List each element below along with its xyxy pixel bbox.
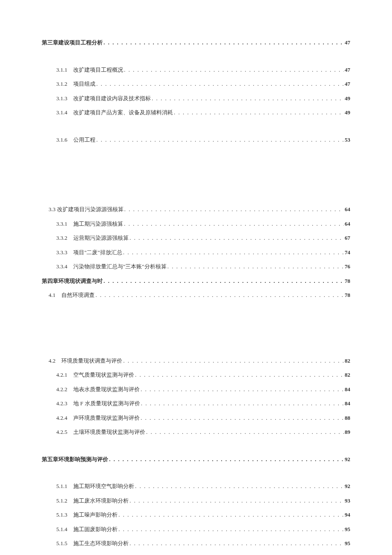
toc-page-number: 49 [345, 108, 350, 117]
toc-leader-dots [141, 414, 344, 422]
toc-number: 4.2 [49, 357, 55, 365]
toc-number: 5.1.4 [56, 525, 67, 534]
toc-title: 施工期环境影响分析总结 [73, 554, 134, 555]
toc-entry: 第三章建设项目工程分析47 [42, 38, 350, 47]
toc-number: 3.1.2 [56, 80, 67, 88]
toc-number: 3.3.1 [56, 220, 67, 228]
toc-page-number: 74 [345, 248, 350, 257]
toc-leader-dots [135, 482, 344, 491]
toc-entry: 第四章环境现状调查与时78 [42, 277, 350, 285]
toc-title: 施工噪声影响分析 [73, 511, 118, 519]
toc-page-number: 67 [345, 234, 350, 242]
toc-entry: 4.1自然环境调查78 [42, 291, 350, 299]
toc-page-number: 47 [345, 38, 350, 47]
toc-page-number: 95 [345, 539, 350, 548]
toc-gap [42, 53, 350, 66]
toc-entry: 3.3.1施工期污染源强核算64 [42, 220, 350, 228]
toc-leader-dots [146, 428, 344, 436]
toc-entry: 3.3 改扩建项目污染源源强核算64 [42, 205, 350, 214]
toc-entry: 3.1.4改扩建项目产品方案、设备及原辅料消耗49 [42, 108, 350, 117]
toc-title: 项目组成 [73, 80, 95, 88]
toc-leader-dots [174, 108, 344, 117]
toc-leader-dots [96, 136, 344, 144]
toc-leader-dots [123, 248, 344, 257]
toc-title: 污染物排放量汇总与"三本账"分析核算 [73, 262, 167, 271]
toc-entry: 5.1.1施工期环境空气影响分析92 [42, 482, 350, 491]
toc-number: 5.1.1 [56, 482, 67, 491]
toc-title: 施工废水环境影响分析 [73, 497, 129, 505]
toc-entry: 4.2.4声环境质量现状监测与评价88 [42, 414, 350, 422]
toc-number: 4.2.5 [56, 428, 67, 436]
toc-leader-dots [141, 385, 344, 394]
toc-page-number: 89 [345, 428, 350, 436]
toc-title: 地表水质量现状监测与评价 [73, 385, 140, 394]
toc-page-number: 92 [345, 482, 350, 491]
toc-number: 4.2.4 [56, 414, 67, 422]
toc-leader-dots [95, 291, 344, 299]
toc-leader-dots [96, 80, 344, 88]
toc-gap [42, 469, 350, 482]
toc-number: 3.3.4 [56, 262, 67, 271]
toc-leader-dots [135, 371, 344, 379]
toc-number: 4.1 [49, 291, 55, 299]
toc-page-number: 78 [345, 277, 350, 285]
toc-entry: 4.2.3地 F 水质量现状监测与评价84 [42, 399, 350, 408]
toc-entry: 5.1.3施工噪声影响分析94 [42, 511, 350, 519]
toc-page-number: 76 [345, 262, 350, 271]
toc-title: 自然环境调查 [61, 291, 95, 299]
toc-title: 地 F 水质量现状监测与评价 [73, 399, 140, 408]
toc-leader-dots [167, 262, 344, 271]
toc-leader-dots [152, 94, 344, 103]
toc-entry: 3.3.4污染物排放量汇总与"三本账"分析核算76 [42, 262, 350, 271]
toc-leader-dots [135, 554, 344, 555]
toc-leader-dots [123, 357, 344, 365]
toc-page-number: 95 [345, 525, 350, 534]
toc-title: 项目"二废"排放汇总 [73, 248, 122, 257]
toc-page-number: 94 [345, 511, 350, 519]
toc-leader-dots [124, 205, 344, 214]
toc-page-number: 82 [345, 371, 350, 379]
toc-title: 第三章建设项目工程分析 [42, 38, 103, 47]
toc-title: 3.3 改扩建项目污染源源强核算 [49, 205, 124, 214]
toc-entry: 4.2.2地表水质量现状监测与评价84 [42, 385, 350, 394]
toc-leader-dots [141, 399, 344, 408]
toc-title: 施工期污染源强核算 [73, 220, 123, 228]
toc-entry: 第五章环境影响预测与评价92 [42, 455, 350, 464]
toc-page-number: 93 [345, 497, 350, 505]
toc-title: 施工期环境空气影响分析 [73, 482, 134, 491]
toc-number: 3.1.6 [56, 136, 67, 144]
toc-leader-dots [104, 277, 344, 285]
toc-page-number: 96 [345, 554, 350, 555]
toc-entry: 4.2环境质量现状调查与评价82 [42, 357, 350, 365]
table-of-contents: 第三章建设项目工程分析473.1.1改扩建项目工程概况473.1.2项目组成47… [42, 38, 350, 555]
toc-number: 3.1.1 [56, 66, 67, 74]
toc-page-number: 82 [345, 357, 350, 365]
toc-title: 环境质量现状调查与评价 [61, 357, 122, 365]
toc-entry: 5.1.6施工期环境影响分析总结96 [42, 554, 350, 555]
toc-leader-dots [118, 511, 344, 519]
toc-title: 改扩建项目工程概况 [73, 66, 123, 74]
toc-page-number: 53 [345, 136, 350, 144]
toc-number: 5.1.3 [56, 511, 67, 519]
toc-entry: 5.1.4施工固废影响分析95 [42, 525, 350, 534]
toc-title: 声环境质量现状监测与评价 [73, 414, 140, 422]
toc-entry: 3.1.2项目组成47 [42, 80, 350, 88]
toc-entry: 5.1.5施工生态环境影响分析95 [42, 539, 350, 548]
toc-title: 运营期污染源源强核算 [73, 234, 129, 242]
toc-page-number: 64 [345, 205, 350, 214]
toc-leader-dots [109, 455, 344, 464]
toc-number: 5.1.2 [56, 497, 67, 505]
toc-gap [42, 305, 350, 357]
toc-title: 改扩建项目产品方案、设备及原辅料消耗 [73, 108, 173, 117]
toc-leader-dots [118, 525, 344, 534]
toc-entry: 3.3.2运营期污染源源强核算67 [42, 234, 350, 242]
toc-page-number: 78 [345, 291, 350, 299]
toc-page-number: 84 [345, 399, 350, 408]
toc-entry: 3.1.3改扩建项目建设内容及技术指标49 [42, 94, 350, 103]
toc-page-number: 47 [345, 66, 350, 74]
toc-gap [42, 150, 350, 205]
toc-entry: 5.1.2施工废水环境影响分析93 [42, 497, 350, 505]
toc-entry: 3.1.1改扩建项目工程概况47 [42, 66, 350, 74]
toc-page-number: 84 [345, 385, 350, 394]
toc-page-number: 92 [345, 455, 350, 464]
